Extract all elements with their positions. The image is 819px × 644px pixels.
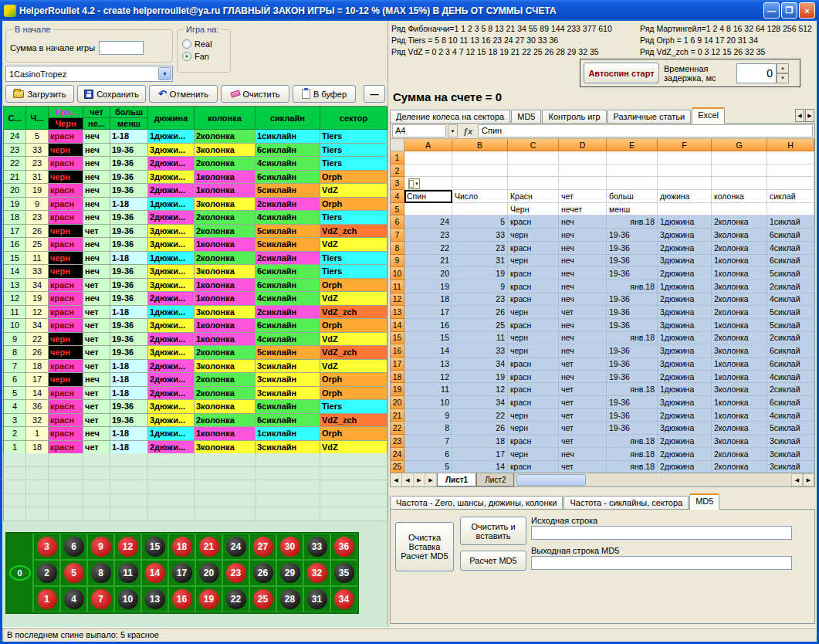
to-buffer-button[interactable]: В буфер bbox=[293, 85, 356, 103]
save-button[interactable]: Сохранить bbox=[77, 85, 146, 103]
excel-cell[interactable]: 1колонка bbox=[712, 396, 767, 409]
excel-cell[interactable]: 1дюжина bbox=[658, 383, 712, 396]
excel-cell[interactable]: 14 bbox=[452, 461, 508, 473]
excel-cell[interactable] bbox=[508, 151, 559, 164]
board-cell-24[interactable]: 24 bbox=[222, 534, 249, 560]
bottom-tab-0[interactable]: Частота - Zero, шансы, дюжины, колонки bbox=[390, 496, 563, 510]
excel-cell[interactable]: 19-36 bbox=[607, 409, 658, 422]
excel-cell[interactable]: 2дюжина bbox=[658, 409, 712, 422]
excel-cell[interactable]: 19-36 bbox=[607, 344, 658, 358]
excel-cell[interactable]: 3колонка bbox=[712, 383, 767, 396]
minimize-button[interactable]: — bbox=[763, 2, 780, 19]
excel-cell[interactable]: 1колонка bbox=[712, 267, 767, 280]
excel-select-all[interactable] bbox=[391, 139, 404, 151]
main-tab-0[interactable]: Деление колеса на сектора bbox=[390, 110, 510, 124]
excel-cell[interactable]: янв.18 bbox=[607, 448, 658, 461]
excel-cell[interactable]: 3дюжина bbox=[658, 344, 712, 358]
excel-cell[interactable]: 6сиклай bbox=[767, 344, 814, 358]
excel-cell[interactable]: неч bbox=[559, 215, 607, 229]
excel-row-header-2[interactable]: 2 bbox=[391, 164, 404, 178]
excel-cell[interactable]: неч bbox=[559, 332, 607, 345]
excel-cell[interactable] bbox=[712, 164, 767, 178]
excel-cell[interactable]: 19-36 bbox=[607, 319, 658, 332]
sheet-next-icon[interactable]: ▶ bbox=[414, 473, 425, 486]
excel-cell[interactable]: Черн bbox=[508, 203, 559, 216]
excel-cell[interactable]: 3дюжина bbox=[658, 255, 712, 268]
excel-cell[interactable]: 19 bbox=[404, 280, 452, 293]
cell-name-box[interactable]: A4 bbox=[392, 124, 446, 137]
sheet-last-icon[interactable]: ▶ bbox=[425, 473, 437, 486]
excel-cell[interactable]: черн bbox=[508, 306, 559, 319]
board-cell-18[interactable]: 18 bbox=[168, 534, 195, 560]
start-sum-input[interactable] bbox=[99, 41, 144, 55]
board-cell-33[interactable]: 33 bbox=[303, 534, 330, 560]
excel-cell[interactable]: чет bbox=[559, 461, 607, 473]
excel-cell[interactable]: красн bbox=[508, 215, 559, 229]
excel-cell[interactable]: 2колонка bbox=[712, 332, 767, 345]
excel-cell[interactable]: 5сиклай bbox=[767, 306, 814, 319]
paste-options-icon[interactable]: ▼ bbox=[408, 178, 420, 189]
excel-cell[interactable] bbox=[767, 164, 814, 178]
excel-cell[interactable]: чет bbox=[559, 422, 607, 435]
excel-cell[interactable]: 2сиклай bbox=[767, 280, 814, 293]
excel-cell[interactable]: 6сиклай bbox=[767, 358, 814, 371]
casino-select[interactable]: 1CasinoTropez ▼ bbox=[5, 66, 173, 82]
excel-cell[interactable]: чет bbox=[559, 396, 607, 409]
excel-cell[interactable] bbox=[712, 151, 767, 164]
tab-scroll-left-icon[interactable]: ◀ bbox=[795, 109, 804, 122]
excel-cell[interactable]: 3колонка bbox=[712, 229, 767, 242]
excel-cell[interactable]: чет bbox=[559, 190, 607, 203]
board-cell-20[interactable]: 20 bbox=[195, 560, 222, 586]
excel-cell[interactable]: 2дюжина bbox=[658, 242, 712, 255]
excel-cell[interactable]: 2дюжина bbox=[658, 448, 712, 461]
excel-cell[interactable] bbox=[559, 151, 607, 164]
excel-cell[interactable]: 15 bbox=[404, 332, 452, 345]
excel-cell[interactable]: черн bbox=[508, 255, 559, 268]
main-tab-2[interactable]: Контроль игр bbox=[542, 110, 606, 124]
board-cell-2[interactable]: 2 bbox=[33, 560, 60, 586]
excel-cell[interactable]: черн bbox=[508, 344, 559, 358]
excel-cell[interactable]: 1дюжина bbox=[658, 332, 712, 345]
excel-cell[interactable]: 2сиклай bbox=[767, 383, 814, 396]
excel-cell[interactable]: 24 bbox=[404, 215, 452, 229]
board-cell-23[interactable]: 23 bbox=[222, 560, 249, 586]
excel-cell[interactable] bbox=[712, 203, 767, 216]
excel-cell[interactable]: 4сиклай bbox=[767, 409, 814, 422]
board-cell-34[interactable]: 34 bbox=[330, 586, 357, 612]
board-cell-25[interactable]: 25 bbox=[249, 586, 276, 612]
board-cell-27[interactable]: 27 bbox=[249, 534, 276, 560]
excel-cell[interactable]: 3дюжина bbox=[658, 396, 712, 409]
excel-cell[interactable]: 2колонка bbox=[712, 215, 767, 229]
excel-row-header-4[interactable]: 4 bbox=[391, 190, 404, 203]
sheet-prev-icon[interactable]: ◀ bbox=[402, 473, 414, 486]
excel-cell[interactable]: неч bbox=[559, 255, 607, 268]
excel-cell[interactable]: 14 bbox=[404, 344, 452, 358]
excel-cell[interactable]: 4сиклай bbox=[767, 371, 814, 384]
excel-row-header-12[interactable]: 12 bbox=[391, 293, 404, 307]
sheet-scrollbar-track[interactable] bbox=[514, 473, 791, 486]
delay-input[interactable] bbox=[736, 63, 777, 83]
main-tab-3[interactable]: Различные статьи bbox=[607, 110, 692, 124]
excel-cell[interactable]: 2колонка bbox=[712, 242, 767, 255]
excel-cell[interactable]: 19 bbox=[452, 267, 508, 280]
excel-cell[interactable]: чет bbox=[559, 435, 607, 448]
excel-cell[interactable] bbox=[404, 151, 452, 164]
board-cell-22[interactable]: 22 bbox=[222, 586, 249, 612]
board-cell-zero[interactable]: 0 bbox=[7, 534, 33, 612]
chevron-down-icon[interactable]: ▼ bbox=[158, 67, 171, 80]
board-cell-9[interactable]: 9 bbox=[87, 534, 114, 560]
excel-cell[interactable]: 13 bbox=[404, 358, 452, 371]
excel-cell[interactable]: 17 bbox=[452, 448, 508, 461]
excel-cell[interactable]: 6 bbox=[404, 448, 452, 461]
excel-cell[interactable]: красн bbox=[508, 435, 559, 448]
board-cell-5[interactable]: 5 bbox=[60, 560, 87, 586]
main-tab-4[interactable]: Excel bbox=[692, 107, 725, 124]
excel-cell[interactable]: 26 bbox=[452, 306, 508, 319]
excel-cell[interactable]: 3дюжина bbox=[658, 319, 712, 332]
main-tab-1[interactable]: MD5 bbox=[511, 110, 541, 124]
excel-cell[interactable] bbox=[712, 177, 767, 190]
fx-icon[interactable]: ƒx bbox=[459, 127, 476, 136]
undo-button[interactable]: ↶Отменить bbox=[149, 85, 218, 103]
excel-cell[interactable]: чет bbox=[559, 383, 607, 396]
excel-cell[interactable]: 19-36 bbox=[607, 371, 658, 384]
